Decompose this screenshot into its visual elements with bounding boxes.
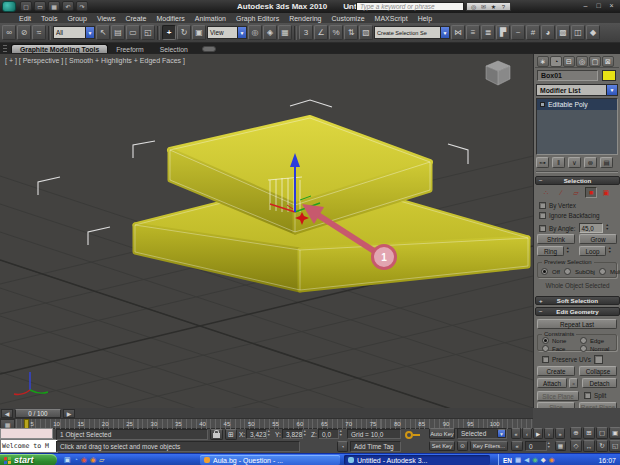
go-to-frame-button[interactable]: «: [511, 441, 523, 451]
favorites-icon[interactable]: ★: [489, 3, 498, 10]
motion-tab-icon[interactable]: ◎: [576, 56, 588, 67]
constraint-edge-radio[interactable]: [580, 337, 587, 344]
utilities-tab-icon[interactable]: ⊠: [602, 56, 614, 67]
constraint-none-radio[interactable]: [542, 337, 549, 344]
previous-frame-button[interactable]: ‹: [522, 428, 532, 439]
key-filters-button[interactable]: Key Filters...: [470, 441, 508, 451]
soft-selection-rollout-header[interactable]: + Soft Selection: [535, 296, 620, 305]
macro-recorder-field[interactable]: [0, 428, 53, 439]
select-object-icon[interactable]: ↖: [96, 25, 110, 40]
border-mode-icon[interactable]: ▱: [570, 187, 582, 198]
search-icon[interactable]: ◎: [469, 3, 478, 10]
render-setup-icon[interactable]: ▩: [556, 25, 570, 40]
quick-launch-icon-3[interactable]: ◉: [81, 455, 87, 465]
ribbon-tab[interactable]: Graphite Modeling Tools: [11, 44, 108, 54]
auto-key-button[interactable]: Auto Key: [429, 428, 455, 439]
make-unique-icon[interactable]: ∨: [568, 157, 581, 168]
angle-snap-icon[interactable]: ∠: [314, 25, 328, 40]
reference-coordinate-system-dropdown[interactable]: View▼: [207, 26, 247, 39]
preserve-uvs-checkbox[interactable]: [542, 356, 549, 363]
menu-item[interactable]: Create: [120, 15, 151, 22]
preserve-uvs-settings-button[interactable]: [594, 355, 603, 364]
z-spinner[interactable]: ▲▼: [339, 429, 345, 439]
rendered-frame-icon[interactable]: ◫: [571, 25, 585, 40]
display-tab-icon[interactable]: ▢: [589, 56, 601, 67]
chevron-down-icon[interactable]: ▼: [606, 85, 617, 95]
view-cube[interactable]: [477, 61, 519, 100]
start-button[interactable]: start: [0, 454, 57, 465]
key-mode-toggle[interactable]: ▦: [555, 441, 566, 451]
detach-button[interactable]: Detach: [582, 378, 617, 388]
graphite-ribbon-toggle-icon[interactable]: ▛: [496, 25, 510, 40]
menu-item[interactable]: Views: [92, 15, 121, 22]
open-file-icon[interactable]: ▭: [34, 1, 46, 11]
named-selection-sets-dropdown[interactable]: Create Selection Se▼: [374, 26, 450, 39]
taskbar-item-3dsmax[interactable]: Untitled - Autodesk 3...: [344, 455, 490, 465]
search-history-icon[interactable]: ▸: [346, 2, 354, 11]
split-checkbox[interactable]: [584, 392, 591, 399]
pan-icon[interactable]: ↔: [583, 440, 595, 452]
tray-icon-1[interactable]: ▦: [515, 455, 521, 465]
object-name-field[interactable]: Box01: [537, 70, 598, 81]
preview-multi-radio[interactable]: [599, 268, 606, 275]
selection-filter-dropdown[interactable]: All▼: [53, 26, 95, 39]
help-icon[interactable]: ?: [499, 4, 508, 10]
polygon-mode-icon[interactable]: ■: [585, 187, 597, 198]
configure-modifier-sets-icon[interactable]: ▤: [600, 157, 613, 168]
menu-item[interactable]: Rendering: [284, 15, 326, 22]
chevron-down-icon[interactable]: ▼: [497, 429, 506, 438]
grow-button[interactable]: Grow: [579, 234, 617, 244]
preview-subobj-radio[interactable]: [564, 268, 571, 275]
tray-icon-4[interactable]: ◆: [541, 455, 546, 465]
menu-item[interactable]: Modifiers: [151, 15, 189, 22]
stack-item-editable-poly[interactable]: Editable Poly: [537, 99, 617, 110]
time-tag-icon[interactable]: ◔: [337, 441, 348, 452]
save-file-icon[interactable]: ▦: [48, 1, 60, 11]
percent-snap-icon[interactable]: %: [329, 25, 343, 40]
minimize-button[interactable]: –: [580, 2, 591, 11]
edge-mode-icon[interactable]: ∕: [555, 187, 567, 198]
maxscript-listener-field[interactable]: Welcome to M: [0, 439, 58, 453]
ignore-backfacing-checkbox[interactable]: [539, 212, 546, 219]
viewport-label[interactable]: [ + ] [ Perspective ] [ Smooth + Highlig…: [5, 57, 185, 64]
restore-button[interactable]: □: [593, 2, 604, 11]
chevron-down-icon[interactable]: ▼: [237, 27, 246, 38]
window-crossing-icon[interactable]: ◱: [141, 25, 155, 40]
ribbon-grip[interactable]: [3, 45, 7, 54]
constraint-normal-radio[interactable]: [580, 345, 587, 352]
viewport-canvas[interactable]: 1: [0, 54, 533, 408]
by-angle-spinner[interactable]: ▲▼: [606, 224, 612, 231]
chevron-down-icon[interactable]: ▼: [85, 27, 94, 38]
search-input[interactable]: Type a keyword or phrase: [356, 2, 464, 11]
viewport[interactable]: [ + ] [ Perspective ] [ Smooth + Highlig…: [0, 54, 533, 408]
quick-launch-icon-1[interactable]: ▣: [64, 455, 71, 465]
shrink-button[interactable]: Shrink: [537, 234, 575, 244]
x-spinner[interactable]: ▲▼: [267, 429, 273, 439]
ribbon-minimize-button[interactable]: [202, 46, 216, 52]
select-and-scale-icon[interactable]: ▣: [192, 25, 206, 40]
rectangular-selection-region-icon[interactable]: ▭: [126, 25, 140, 40]
select-and-rotate-icon[interactable]: ↻: [177, 25, 191, 40]
maximize-viewport-icon[interactable]: ◱: [609, 440, 620, 452]
close-button[interactable]: ×: [606, 2, 617, 11]
select-and-link-icon[interactable]: ∞: [2, 25, 16, 40]
select-and-move-icon[interactable]: +: [162, 25, 176, 40]
zoom-extents-icon[interactable]: ▢: [596, 427, 608, 439]
by-vertex-checkbox[interactable]: [539, 202, 546, 209]
pin-stack-icon[interactable]: ⊶: [536, 157, 549, 168]
taskbar-item-browser[interactable]: Aula.bg - Question - ...: [200, 455, 340, 465]
quick-launch-icon-4[interactable]: ◉: [90, 455, 96, 465]
menu-item[interactable]: Group: [62, 15, 91, 22]
communication-center-icon[interactable]: ✉: [479, 3, 488, 10]
loop-button[interactable]: Loop: [579, 246, 606, 256]
ring-spinner[interactable]: ▲▼: [566, 246, 572, 256]
bind-to-space-warp-icon[interactable]: ≈: [32, 25, 46, 40]
repeat-last-button[interactable]: Repeat Last: [537, 319, 617, 329]
menu-item[interactable]: Help: [413, 15, 437, 22]
menu-item[interactable]: Tools: [36, 15, 62, 22]
go-to-end-button[interactable]: »: [555, 428, 565, 439]
edit-named-selection-sets-icon[interactable]: ▧: [359, 25, 373, 40]
current-frame-field[interactable]: 0: [525, 441, 547, 451]
new-scene-icon[interactable]: ▢: [20, 1, 32, 11]
constraint-face-radio[interactable]: [542, 345, 549, 352]
